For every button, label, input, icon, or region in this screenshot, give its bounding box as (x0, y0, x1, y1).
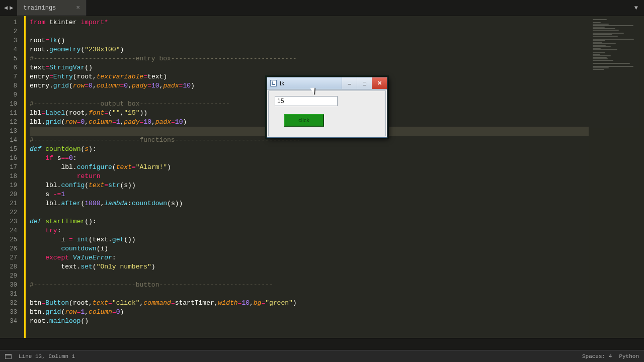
code-line[interactable]: root=Tk() (30, 36, 589, 45)
tab-bar: ◀ ▶ trainings × ▼ (0, 0, 644, 16)
tk-app-icon (270, 80, 277, 86)
tab-title: trainings (23, 5, 56, 12)
tk-title: tk (280, 80, 284, 87)
code-line[interactable] (30, 208, 589, 217)
code-line[interactable]: from tkinter import* (30, 18, 589, 27)
status-spaces[interactable]: Spaces: 4 (582, 353, 612, 359)
close-icon[interactable]: × (76, 4, 80, 12)
tab-overflow-icon[interactable]: ▼ (628, 0, 644, 16)
status-position: Line 13, Column 1 (19, 353, 75, 359)
nav-arrows: ◀ ▶ (0, 0, 17, 16)
code-line[interactable]: root.mainloop() (30, 317, 589, 326)
code-line[interactable]: text.set("Only numbers") (30, 262, 589, 272)
code-line[interactable]: lbl.after(1000,lambda:countdown(s)) (30, 199, 589, 208)
code-area[interactable]: from tkinter import*root=Tk()root.geomet… (24, 16, 589, 338)
tk-titlebar[interactable]: tk – □ ✕ (267, 77, 387, 89)
minimap[interactable] (589, 16, 644, 338)
code-line[interactable]: def startTimer(): (30, 217, 589, 226)
code-line[interactable]: lbl.configure(text="Alarm!") (30, 163, 589, 172)
code-line[interactable]: btn.grid(row=1,column=0) (30, 308, 589, 317)
code-line[interactable] (30, 27, 589, 36)
code-line[interactable]: if s==0: (30, 154, 589, 163)
code-line[interactable]: def countdown(s): (30, 145, 589, 154)
code-line[interactable]: try: (30, 226, 589, 235)
code-line[interactable]: #--------------------------button-------… (30, 281, 589, 290)
code-line[interactable]: return (30, 172, 589, 181)
status-bar: Line 13, Column 1 Spaces: 4 Python (0, 350, 644, 362)
panel-icon[interactable] (5, 354, 12, 359)
tk-window: tk – □ ✕ click (267, 77, 387, 138)
code-line[interactable]: i = int(text.get()) (30, 235, 589, 244)
console-bar (0, 338, 644, 350)
line-gutter: 1234567891011121314151617181920212223242… (0, 16, 24, 338)
code-line[interactable]: btn=Button(root,text="click",command=sta… (30, 299, 589, 308)
close-button[interactable]: ✕ (372, 77, 387, 89)
code-line[interactable]: text=StringVar() (30, 63, 589, 72)
maximize-button[interactable]: □ (357, 77, 372, 89)
code-line[interactable]: #--------------------------entry box----… (30, 54, 589, 63)
nav-forward-icon[interactable]: ▶ (10, 4, 13, 12)
code-line[interactable]: s -=1 (30, 190, 589, 199)
code-line[interactable]: countdown(i) (30, 244, 589, 253)
tab-trainings[interactable]: trainings × (17, 0, 87, 16)
code-line[interactable]: root.geometry("230x100") (30, 45, 589, 54)
nav-back-icon[interactable]: ◀ (4, 4, 8, 12)
editor: 1234567891011121314151617181920212223242… (0, 16, 644, 338)
code-line[interactable]: except ValueError: (30, 253, 589, 262)
code-line[interactable]: lbl.config(text=str(s)) (30, 181, 589, 190)
tk-entry-input[interactable] (275, 96, 338, 106)
code-line[interactable] (30, 290, 589, 299)
tk-click-button[interactable]: click (284, 114, 324, 127)
code-line[interactable] (30, 272, 589, 281)
minimize-button[interactable]: – (342, 77, 357, 89)
status-language[interactable]: Python (619, 353, 639, 359)
